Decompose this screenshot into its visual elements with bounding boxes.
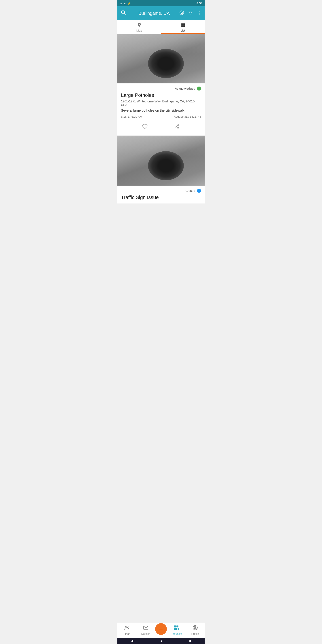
tab-list-label: List bbox=[180, 29, 185, 32]
svg-rect-11 bbox=[181, 24, 182, 24]
location-target-icon[interactable] bbox=[179, 10, 184, 16]
card-2-image bbox=[118, 136, 204, 186]
card-1-description: Several large potholes on the city sidew… bbox=[121, 108, 201, 112]
tab-list[interactable]: List bbox=[161, 20, 204, 34]
issue-card-1: Acknowledged Large Potholes 1201-1271 Wh… bbox=[118, 34, 204, 134]
svg-line-21 bbox=[176, 126, 178, 126]
card-1-status-row: Acknowledged bbox=[121, 86, 201, 90]
list-tab-icon bbox=[180, 22, 185, 28]
city-title: Burlingame, CA bbox=[129, 11, 179, 16]
status-bar: ▲ ▲ ⚡ 8:58 bbox=[118, 0, 204, 6]
svg-rect-16 bbox=[182, 26, 185, 26]
tab-map[interactable]: Map bbox=[118, 20, 161, 34]
search-icon[interactable] bbox=[120, 10, 126, 16]
card-1-request-id: Request ID: 3421748 bbox=[174, 115, 201, 118]
wifi-icon: ▲ bbox=[120, 2, 122, 5]
main-content: Acknowledged Large Potholes 1201-1271 Wh… bbox=[118, 34, 204, 230]
tab-map-label: Map bbox=[136, 29, 142, 32]
signal-icon: ▲ bbox=[124, 2, 126, 5]
svg-rect-15 bbox=[181, 26, 182, 26]
svg-marker-8 bbox=[189, 11, 192, 14]
svg-point-17 bbox=[178, 124, 179, 126]
card-2-status-row: Closed bbox=[121, 189, 201, 193]
card-1-status-dot bbox=[197, 86, 201, 90]
status-time: 8:58 bbox=[196, 2, 202, 5]
status-icons: ▲ ▲ ⚡ bbox=[120, 2, 131, 5]
pothole-photo-2 bbox=[118, 136, 204, 186]
card-1-image bbox=[118, 34, 204, 84]
like-button[interactable] bbox=[142, 124, 148, 130]
svg-rect-14 bbox=[182, 25, 185, 26]
card-1-address: 1201-1271 Whitethorne Way, Burlingame, C… bbox=[121, 100, 201, 107]
svg-rect-13 bbox=[181, 25, 182, 26]
card-2-body: Closed Traffic Sign Issue bbox=[118, 186, 204, 204]
header-actions: ⋮ bbox=[179, 10, 202, 16]
svg-point-18 bbox=[175, 126, 176, 127]
pothole-photo-1 bbox=[118, 34, 204, 84]
share-button[interactable] bbox=[174, 124, 180, 130]
svg-rect-10 bbox=[182, 23, 185, 24]
map-tab-icon bbox=[137, 22, 142, 28]
svg-rect-9 bbox=[181, 23, 182, 24]
app-header: Burlingame, CA ⋮ bbox=[118, 6, 204, 20]
card-1-actions bbox=[121, 121, 201, 132]
svg-point-2 bbox=[181, 12, 183, 14]
svg-point-3 bbox=[180, 11, 184, 15]
battery-icon: ⚡ bbox=[127, 2, 131, 5]
svg-line-20 bbox=[176, 127, 178, 128]
card-1-meta: 5/18/17 6:20 AM Request ID: 3421748 bbox=[121, 115, 201, 121]
card-1-body: Acknowledged Large Potholes 1201-1271 Wh… bbox=[118, 84, 204, 134]
svg-point-19 bbox=[178, 128, 179, 129]
svg-rect-12 bbox=[182, 24, 185, 24]
filter-icon[interactable] bbox=[188, 10, 193, 16]
svg-line-1 bbox=[124, 14, 126, 15]
card-1-date: 5/18/17 6:20 AM bbox=[121, 115, 142, 118]
card-2-title[interactable]: Traffic Sign Issue bbox=[121, 194, 201, 200]
card-2-status-label: Closed bbox=[185, 189, 195, 192]
issue-card-2: Closed Traffic Sign Issue bbox=[118, 136, 204, 204]
card-2-status-dot bbox=[197, 189, 201, 193]
card-1-status-label: Acknowledged bbox=[175, 87, 195, 90]
more-options-icon[interactable]: ⋮ bbox=[196, 10, 202, 16]
view-tabs: Map List bbox=[118, 20, 204, 34]
card-1-title[interactable]: Large Potholes bbox=[121, 92, 201, 98]
